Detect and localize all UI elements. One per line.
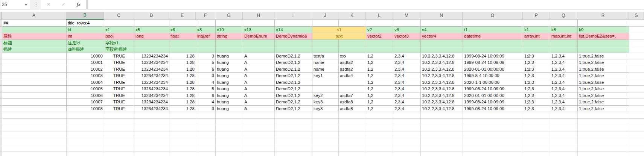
cell-P17[interactable]	[523, 125, 550, 132]
cell-I8[interactable]: DemoD2,1,2	[275, 66, 312, 73]
cell-B12[interactable]: 10006	[67, 92, 104, 99]
cell-H15[interactable]	[243, 112, 275, 119]
cell-N21[interactable]	[421, 151, 463, 156]
cell-A14[interactable]	[2, 106, 67, 112]
cell-I18[interactable]	[275, 132, 312, 139]
column-header-H[interactable]: H	[243, 12, 274, 20]
cell-D15[interactable]	[134, 112, 169, 119]
cell-S20[interactable]	[629, 145, 644, 152]
cell-G8[interactable]: huang	[216, 66, 243, 73]
cell-O15[interactable]	[463, 112, 523, 119]
cell-O4[interactable]	[463, 40, 523, 47]
cell-F11[interactable]: 5	[196, 86, 216, 92]
cell-R16[interactable]	[578, 119, 629, 126]
cell-R2[interactable]: k9	[578, 27, 629, 33]
cell-Q17[interactable]	[550, 125, 578, 132]
cell-S1[interactable]	[629, 20, 644, 27]
cell-M5[interactable]	[393, 46, 421, 53]
cell-O13[interactable]: 1999-08-24 10:09:09	[463, 99, 523, 106]
cell-D2[interactable]: x5	[134, 27, 169, 33]
cell-K8[interactable]: asdfa2	[339, 66, 366, 73]
cell-J21[interactable]	[312, 151, 339, 156]
cell-L16[interactable]	[366, 119, 393, 126]
column-header-S[interactable]: S	[629, 12, 644, 20]
cell-G5[interactable]	[216, 46, 243, 53]
cell-G11[interactable]: huang	[216, 86, 243, 92]
cell-K6[interactable]: xxx	[339, 53, 366, 60]
cell-M18[interactable]	[393, 132, 421, 139]
cell-A13[interactable]	[2, 99, 67, 106]
cell-L12[interactable]: 1,2	[366, 92, 393, 99]
cell-D6[interactable]: 13234234234	[134, 53, 169, 60]
cell-M1[interactable]	[393, 20, 421, 27]
cell-L6[interactable]: 1,2	[366, 53, 393, 60]
cell-I9[interactable]: DemoD2,1,2	[275, 73, 312, 79]
column-header-I[interactable]: I	[274, 12, 312, 20]
cell-L14[interactable]: 1,2	[366, 106, 393, 112]
cell-N6[interactable]: 10.2,2,3,3.4,12.8	[421, 53, 463, 60]
cell-H16[interactable]	[243, 119, 275, 126]
formula-bar-input[interactable]	[87, 0, 644, 9]
cell-J2-K2-merged[interactable]: s1	[312, 27, 366, 33]
cell-K17[interactable]	[339, 125, 366, 132]
cell-O5[interactable]	[463, 46, 523, 53]
cell-J9[interactable]: key1	[312, 73, 339, 79]
insert-function-icon[interactable]: fx	[77, 0, 81, 9]
cell-C10[interactable]: TRUE	[104, 79, 134, 86]
cell-H10[interactable]: A	[243, 79, 275, 86]
cell-F14[interactable]: 3	[196, 106, 216, 112]
cell-I12[interactable]: DemoD2,1,2	[275, 92, 312, 99]
cell-N2[interactable]: v4	[421, 27, 463, 33]
cell-P11[interactable]: 1;2;3	[523, 86, 550, 92]
cell-E17[interactable]	[169, 125, 196, 132]
cell-J15[interactable]	[312, 112, 339, 119]
cell-E21[interactable]	[169, 151, 196, 156]
cell-C1[interactable]	[104, 20, 134, 27]
cell-N11[interactable]: 10.2,2,3,3.4,12.8	[421, 86, 463, 92]
cell-G1[interactable]	[216, 20, 243, 27]
cell-R11[interactable]: 1,true,2,false	[578, 86, 629, 92]
cell-P5[interactable]	[523, 46, 550, 53]
cell-O2[interactable]: t1	[463, 27, 523, 33]
cell-D1[interactable]	[134, 20, 169, 27]
cell-E14[interactable]: 1.28	[169, 106, 196, 112]
cell-R21[interactable]	[578, 151, 629, 156]
cell-E5[interactable]	[169, 46, 196, 53]
cell-E20[interactable]	[169, 145, 196, 152]
cell-I21[interactable]	[275, 151, 312, 156]
cell-K20[interactable]	[339, 145, 366, 152]
cell-M8[interactable]: 2,3,4	[393, 66, 421, 73]
cell-N19[interactable]	[421, 138, 463, 145]
cell-A12[interactable]	[2, 92, 67, 99]
cell-D12[interactable]: 13234234234	[134, 92, 169, 99]
cell-L7[interactable]: 1,2	[366, 59, 393, 66]
cell-H14[interactable]: A	[243, 106, 275, 112]
cell-S3[interactable]	[629, 33, 644, 40]
cell-M11[interactable]: 2,3,4	[393, 86, 421, 92]
cell-L11[interactable]: 1,2	[366, 86, 393, 92]
cell-R1[interactable]	[578, 20, 629, 27]
cell-N18[interactable]	[421, 132, 463, 139]
cell-S13[interactable]	[629, 99, 644, 106]
cell-P13[interactable]: 1;2;3	[523, 99, 550, 106]
cell-C18[interactable]	[104, 132, 134, 139]
cell-L10[interactable]: 1,2	[366, 79, 393, 86]
name-box[interactable]: 25	[0, 0, 30, 9]
cell-G6[interactable]: huang	[216, 53, 243, 60]
cell-F3[interactable]: int&ref	[196, 33, 216, 40]
cell-M13[interactable]: 2,3,4	[393, 99, 421, 106]
cell-O18[interactable]	[463, 132, 523, 139]
cell-A7[interactable]	[2, 59, 67, 66]
column-header-K[interactable]: K	[338, 12, 366, 20]
cell-Q3[interactable]: map,int,int	[550, 33, 578, 40]
cell-A8[interactable]	[2, 66, 67, 73]
cell-M3[interactable]: vector3	[393, 33, 421, 40]
cell-A20[interactable]	[2, 145, 67, 152]
cell-S9[interactable]	[629, 73, 644, 79]
cell-D5[interactable]	[134, 46, 169, 53]
cell-I20[interactable]	[275, 145, 312, 152]
cell-E4[interactable]	[169, 40, 196, 47]
cell-R20[interactable]	[578, 145, 629, 152]
cell-K18[interactable]	[339, 132, 366, 139]
cell-E12[interactable]: 1.28	[169, 92, 196, 99]
